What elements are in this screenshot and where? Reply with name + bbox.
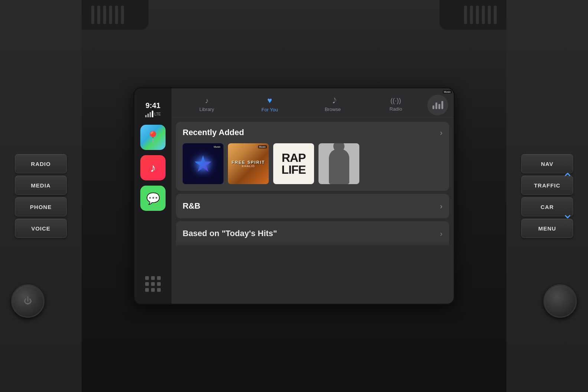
messages-app-icon[interactable]: 💬 bbox=[140, 186, 166, 211]
library-tab-label: Library bbox=[199, 107, 214, 112]
now-playing-bars bbox=[432, 101, 443, 109]
radio-tab-label: Radio bbox=[389, 106, 402, 112]
library-icon: ♪ bbox=[205, 97, 209, 105]
status-time: 9:41 bbox=[146, 101, 160, 110]
album-raplife-bg: RAP LIFE bbox=[273, 143, 314, 184]
tab-bar: ♪ Library ♥ For You 𝅘𝅥𝅮 Browse ((·)) Rad… bbox=[172, 88, 454, 117]
silhouette-figure bbox=[329, 149, 349, 184]
tab-library[interactable]: ♪ Library bbox=[175, 94, 238, 117]
signal-bar-2 bbox=[147, 114, 149, 117]
radio-button[interactable]: RADIO bbox=[15, 154, 67, 173]
home-dot bbox=[145, 288, 149, 292]
scroll-down-button[interactable]: ⌄ bbox=[562, 207, 573, 220]
vent-slat bbox=[494, 6, 497, 24]
vent-slat bbox=[115, 6, 118, 24]
life-text: LIFE bbox=[281, 164, 306, 176]
media-button[interactable]: MEDIA bbox=[15, 176, 67, 195]
nav-arrows: ⌃ ⌄ bbox=[562, 172, 573, 220]
now-playing-button[interactable] bbox=[427, 95, 448, 115]
carplay-screen: 9:41 LTE 📍 ♪ bbox=[134, 88, 454, 304]
signal-bars bbox=[145, 111, 153, 117]
based-on-chevron: › bbox=[440, 229, 442, 238]
vent-slat bbox=[121, 6, 124, 24]
recently-added-title: Recently Added bbox=[183, 128, 244, 137]
screen-content: ♪ Library ♥ For You 𝅘𝅥𝅮 Browse ((·)) Rad… bbox=[172, 88, 454, 304]
rnb-chevron: › bbox=[440, 202, 442, 210]
raplife-text: RAP LIFE bbox=[281, 152, 306, 176]
lte-label: LTE bbox=[154, 112, 161, 116]
vent-slat bbox=[91, 6, 94, 24]
home-dot bbox=[157, 276, 161, 280]
eq-bar-3 bbox=[438, 104, 440, 109]
left-panel: RADIO MEDIA PHONE VOICE bbox=[0, 0, 82, 392]
album-row: ★ Music FREE SPIRIT KHALID M bbox=[176, 143, 449, 191]
eq-bar-4 bbox=[441, 101, 443, 109]
album-silhouette-bg: Music bbox=[318, 143, 359, 184]
recently-added-chevron: › bbox=[440, 128, 442, 137]
status-signal: LTE bbox=[145, 111, 161, 117]
rnb-section[interactable]: R&B › bbox=[176, 194, 449, 218]
album-star-bg: ★ Music bbox=[183, 143, 223, 184]
album-freespirit-bg: FREE SPIRIT KHALID Music bbox=[228, 143, 269, 184]
vent-slat bbox=[97, 6, 100, 24]
tab-browse[interactable]: 𝅘𝅥𝅮 Browse bbox=[301, 94, 365, 117]
screen-sidebar: 9:41 LTE 📍 ♪ bbox=[134, 88, 172, 304]
recently-added-header[interactable]: Recently Added › bbox=[176, 122, 449, 143]
phone-button[interactable]: PHONE bbox=[15, 197, 67, 216]
tab-for-you[interactable]: ♥ For You bbox=[238, 93, 301, 117]
album-art-3[interactable]: RAP LIFE bbox=[273, 143, 314, 184]
volume-knob[interactable] bbox=[543, 284, 577, 318]
radio-icon: ((·)) bbox=[391, 97, 401, 105]
home-dot bbox=[151, 276, 155, 280]
based-on-title: Based on "Today's Hits" bbox=[183, 229, 277, 238]
vent-slat bbox=[103, 6, 106, 24]
tab-radio[interactable]: ((·)) Radio bbox=[364, 94, 427, 116]
signal-bar-1 bbox=[145, 115, 147, 117]
home-dot bbox=[157, 288, 161, 292]
eq-bar-1 bbox=[432, 105, 434, 109]
recently-added-section: Recently Added › ★ Music bbox=[176, 122, 449, 191]
home-dot bbox=[157, 282, 161, 286]
content-area: Recently Added › ★ Music bbox=[172, 117, 454, 304]
home-dots[interactable] bbox=[141, 272, 165, 296]
vent-slat bbox=[109, 6, 112, 24]
home-dot bbox=[151, 288, 155, 292]
maps-content: 📍 bbox=[140, 125, 166, 150]
menu-button[interactable]: MENU bbox=[521, 219, 573, 238]
vent-slat bbox=[488, 6, 491, 24]
scroll-up-button[interactable]: ⌃ bbox=[562, 172, 573, 185]
home-dot bbox=[145, 282, 149, 286]
voice-button[interactable]: VOICE bbox=[15, 219, 67, 238]
music-badge-1: Music bbox=[213, 145, 222, 148]
music-app-icon[interactable]: ♪ bbox=[140, 155, 166, 180]
signal-bar-4 bbox=[152, 111, 153, 117]
home-dot bbox=[145, 276, 149, 280]
dashboard: RADIO MEDIA PHONE VOICE NAV TRAFFIC CAR … bbox=[0, 0, 588, 392]
eq-bar-2 bbox=[435, 102, 437, 109]
right-panel: NAV TRAFFIC CAR MENU ⌃ ⌄ bbox=[506, 0, 588, 392]
rap-text: RAP bbox=[281, 152, 306, 164]
album-art-2[interactable]: FREE SPIRIT KHALID Music bbox=[228, 143, 269, 184]
album-art-4[interactable]: Music bbox=[318, 143, 359, 184]
signal-bar-3 bbox=[150, 112, 151, 117]
star-icon: ★ bbox=[193, 151, 213, 177]
for-you-icon: ♥ bbox=[267, 96, 272, 105]
power-knob[interactable] bbox=[11, 284, 45, 318]
vent-slat bbox=[482, 6, 485, 24]
browse-tab-label: Browse bbox=[325, 107, 341, 112]
status-bar: 9:41 LTE bbox=[141, 96, 165, 119]
music-badge-2: Music bbox=[258, 145, 267, 148]
album-art-1[interactable]: ★ Music bbox=[183, 143, 223, 184]
home-dot bbox=[151, 282, 155, 286]
vent-slat bbox=[476, 6, 479, 24]
rnb-title: R&B bbox=[183, 201, 200, 211]
maps-app-icon[interactable]: 📍 bbox=[140, 125, 166, 150]
vent-slat bbox=[464, 6, 467, 24]
for-you-tab-label: For You bbox=[261, 107, 278, 112]
vent-slat bbox=[470, 6, 473, 24]
based-on-section[interactable]: Based on "Today's Hits" › bbox=[176, 221, 449, 246]
